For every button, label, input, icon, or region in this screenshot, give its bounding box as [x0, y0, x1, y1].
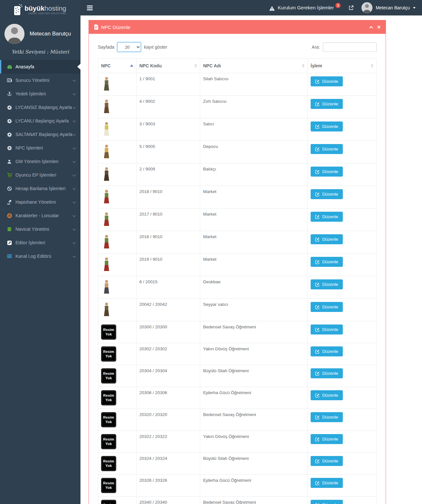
sidebar-item-editor-islemleri[interactable]: Editor İşlemleri [0, 236, 80, 249]
logo-light: hosting [44, 5, 66, 12]
no-image-placeholder: ResimYok [101, 412, 116, 427]
close-icon[interactable] [377, 25, 380, 29]
profile-section: Metecan Barutçu [0, 17, 80, 45]
sidebar-item-kanal-log-editoru[interactable]: Kanal Log Editörü [0, 249, 80, 263]
sidebar-item-label: Anasayfa [15, 64, 34, 69]
table-header-row: NPC NPC Kodu NPC Adı [98, 59, 377, 73]
sidebar-item-label: Hapishane Yönetimi [15, 199, 56, 205]
pencil-square-icon [315, 503, 320, 504]
duzenle-button[interactable]: Düzenle [311, 500, 343, 504]
duzenle-button[interactable]: Düzenle [311, 346, 343, 356]
sidebar-item-label: GM Yönetim İşlemleri [15, 159, 59, 164]
pencil-square-icon [315, 393, 320, 398]
sidebar-item-label: Karakterler - Loncalar [15, 213, 59, 218]
duzenle-button[interactable]: Düzenle [311, 368, 343, 378]
table-row: 2019 / 9010 Market Düzenle [98, 254, 377, 276]
npc-action-cell: Düzenle [308, 497, 377, 504]
npc-sprite [101, 302, 111, 317]
table-row: 5 / 9005 Depocu Düzenle [98, 141, 377, 163]
main-area: Kurulum Gereken İşlemler 1 Metecan Barut… [80, 0, 422, 504]
sidebar-item-lycanli-baslangic-ayarla[interactable]: LYCANLI Başlangıç Ayarla [0, 114, 80, 128]
pencil-square-icon [315, 437, 320, 441]
npc-sprite [101, 76, 111, 91]
sidebar-item-label: Yedek İşlemleri [15, 91, 46, 96]
pending-actions-link[interactable]: Kurulum Gereken İşlemler 1 [269, 5, 341, 11]
menu-toggle-icon[interactable] [87, 5, 93, 10]
dashboard-icon [7, 65, 14, 69]
npc-name-cell: Market [200, 208, 308, 231]
table-row: ResimYok 20302 / 20302 Yakın Dövüş Öğret… [98, 343, 377, 365]
pencil-square-icon [315, 415, 320, 420]
duzenle-button[interactable]: Düzenle [311, 390, 343, 400]
chevron-down-icon [73, 254, 76, 257]
search-label: Ara: [312, 44, 320, 50]
pencil-square-icon [315, 260, 320, 264]
npc-action-cell: Düzenle [308, 299, 377, 321]
npc-code-cell: 2017 / 9010 [136, 208, 200, 231]
npc-image-cell: ResimYok [98, 343, 136, 365]
duzenle-button[interactable]: Düzenle [311, 257, 343, 267]
duzenle-button[interactable]: Düzenle [311, 325, 343, 334]
npc-image-cell: ResimYok [98, 365, 136, 387]
panel-body: Sayfada 20 kayıt göster Ara: [89, 34, 386, 504]
npc-name-cell: Yakın Dövüş Öğretmeni [200, 431, 308, 453]
chevron-down-icon [73, 241, 76, 244]
external-link-icon[interactable] [348, 5, 354, 11]
chevron-down-icon [73, 132, 76, 136]
table-row: 1 / 9001 Silah Satıcısı Düzenle [98, 73, 377, 96]
logo: büyükhosting LARGE HOSTING SOLUTIONS [0, 0, 80, 17]
gavel-icon [7, 200, 14, 205]
pencil-square-icon [7, 240, 14, 245]
sidebar-item-anasayfa[interactable]: Anasayfa [0, 60, 80, 73]
sidebar-item-karakterler-loncalar[interactable]: Karakterler - Loncalar [0, 209, 80, 222]
duzenle-button[interactable]: Düzenle [311, 234, 343, 244]
column-header-npc-adi[interactable]: NPC Adı [200, 59, 308, 73]
duzenle-button[interactable]: Düzenle [311, 99, 343, 109]
collapse-icon[interactable] [369, 26, 373, 29]
logo-tagline: LARGE HOSTING SOLUTIONS [24, 13, 66, 15]
duzenle-button[interactable]: Düzenle [311, 279, 343, 289]
sidebar-item-oyuncu-ep-islemleri[interactable]: Oyuncu EP İşlemleri [0, 168, 80, 182]
duzenle-button[interactable]: Düzenle [311, 189, 343, 199]
sidebar-item-hesap-banlama-islemleri[interactable]: Hesap Banlama İşlemleri [0, 182, 80, 195]
sidebar-item-gm-yonetim-islemleri[interactable]: GM Yönetim İşlemleri [0, 155, 80, 168]
topbar-right: Kurulum Gereken İşlemler 1 Metecan Barut… [269, 2, 416, 13]
sidebar-item-npc-islemleri[interactable]: NPC İşlemleri [0, 141, 80, 155]
panel-title: NPC Düzenle [101, 24, 130, 30]
sidebar-item-yedek-islemleri[interactable]: Yedek İşlemleri [0, 87, 80, 101]
sidebar-item-saltanat-baslangic-ayarla[interactable]: SALTANAT Başlangıç Ayarla [0, 128, 80, 141]
duzenle-button[interactable]: Düzenle [311, 456, 343, 466]
table-row: ResimYok 20306 / 20306 Ejderha Gücü Öğre… [98, 387, 377, 409]
pencil-square-icon [315, 282, 320, 287]
sidebar-item-navicat-yonetimi[interactable]: Navicat Yönetimi [0, 222, 80, 236]
duzenle-button[interactable]: Düzenle [311, 302, 343, 312]
user-menu[interactable]: Metecan Barutçu [361, 2, 416, 13]
sidebar-item-hapishane-yonetimi[interactable]: Hapishane Yönetimi [0, 195, 80, 209]
sidebar-item-sunucu-yonetimi[interactable]: Sunucu Yönetimi [0, 73, 80, 87]
column-header-npc-kodu[interactable]: NPC Kodu [136, 59, 200, 73]
user-name: Metecan Barutçu [376, 5, 410, 10]
duzenle-button[interactable]: Düzenle [311, 478, 343, 488]
npc-action-cell: Düzenle [308, 254, 377, 276]
search-input[interactable] [323, 43, 377, 52]
search-control: Ara: [312, 43, 377, 52]
sidebar-item-label: Hesap Banlama İşlemleri [15, 186, 66, 191]
column-header-npc[interactable]: NPC [98, 59, 136, 73]
npc-action-cell: Düzenle [308, 208, 377, 231]
duzenle-button[interactable]: Düzenle [311, 167, 343, 177]
duzenle-button[interactable]: Düzenle [311, 412, 343, 422]
duzenle-button[interactable]: Düzenle [311, 144, 343, 154]
duzenle-button[interactable]: Düzenle [311, 76, 343, 86]
page-length-select[interactable]: 20 [117, 42, 141, 52]
duzenle-button[interactable]: Düzenle [311, 212, 343, 222]
duzenle-button[interactable]: Düzenle [311, 121, 343, 131]
profile-role: Yetki Seviyesi : Müsteri [0, 45, 80, 60]
sidebar-item-lycansiz-baslangic-ayarla[interactable]: LYCANSIZ Başlangıç Ayarla [0, 101, 80, 114]
sidebar-item-label: Navicat Yönetimi [15, 227, 49, 232]
npc-code-cell: 20304 / 20304 [136, 365, 200, 387]
column-header-islem[interactable]: İşlem [308, 59, 377, 73]
plus-circle-icon [7, 146, 14, 150]
duzenle-button[interactable]: Düzenle [311, 434, 343, 444]
npc-image-cell [98, 118, 136, 141]
table-row: ResimYok 20322 / 20322 Yakın Dövüş Öğret… [98, 431, 377, 453]
